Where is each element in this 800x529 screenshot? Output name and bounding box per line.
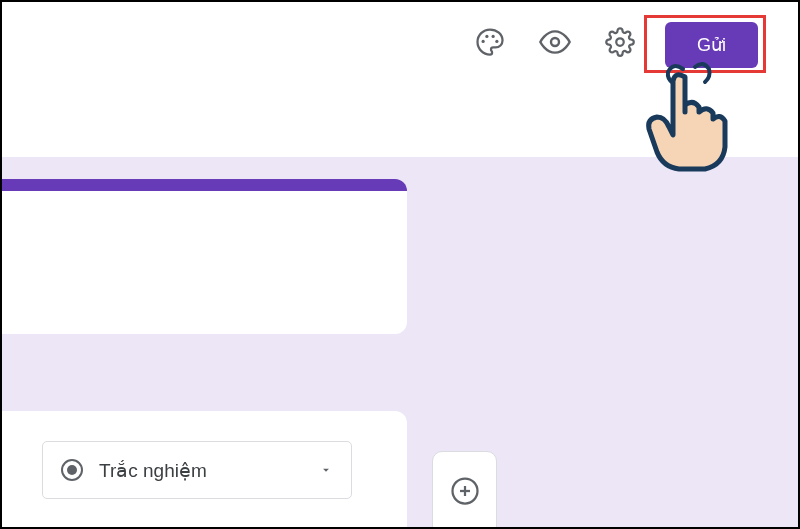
floating-toolbar	[432, 451, 497, 529]
question-type-dropdown[interactable]: Trắc nghiệm	[42, 441, 352, 499]
palette-icon[interactable]	[470, 22, 510, 62]
svg-point-2	[492, 35, 495, 38]
preview-icon[interactable]	[535, 22, 575, 62]
send-button[interactable]: Gửi	[665, 22, 758, 68]
svg-point-3	[495, 40, 498, 43]
svg-point-4	[551, 38, 559, 46]
header-toolbar: Gửi	[2, 2, 798, 157]
form-canvas: Trắc nghiệm	[2, 157, 798, 529]
svg-point-1	[485, 35, 488, 38]
plus-circle-icon	[450, 476, 480, 506]
settings-icon[interactable]	[600, 22, 640, 62]
radio-icon	[61, 459, 83, 481]
form-title-card[interactable]	[2, 179, 407, 334]
svg-point-0	[482, 40, 485, 43]
question-card[interactable]: Trắc nghiệm	[2, 411, 407, 529]
question-type-label: Trắc nghiệm	[99, 459, 207, 482]
chevron-down-icon	[319, 463, 333, 477]
add-question-button[interactable]	[447, 473, 483, 509]
svg-point-5	[616, 38, 624, 46]
